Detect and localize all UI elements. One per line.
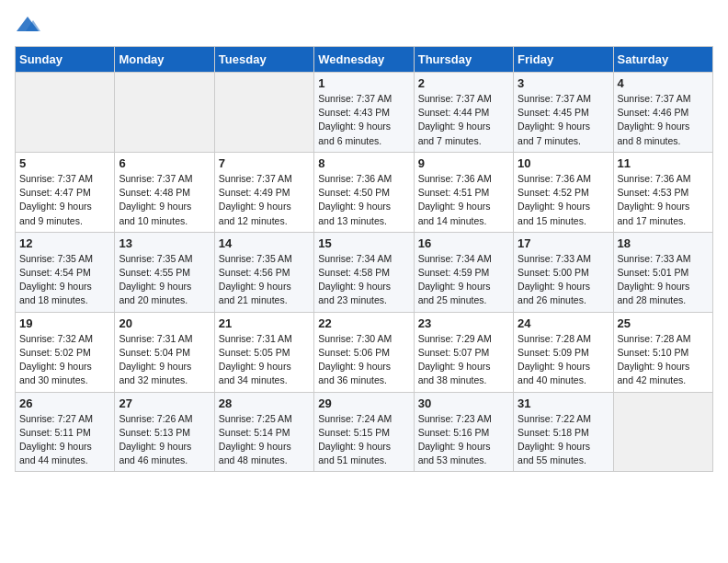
col-header-saturday: Saturday: [613, 47, 712, 73]
day-number: 30: [418, 396, 509, 410]
calendar-cell: 15Sunrise: 7:34 AM Sunset: 4:58 PM Dayli…: [314, 232, 414, 312]
day-detail: Sunrise: 7:37 AM Sunset: 4:43 PM Dayligh…: [318, 92, 409, 148]
day-number: 13: [119, 236, 210, 250]
day-detail: Sunrise: 7:31 AM Sunset: 5:05 PM Dayligh…: [219, 332, 310, 388]
day-number: 23: [418, 316, 509, 330]
day-detail: Sunrise: 7:36 AM Sunset: 4:53 PM Dayligh…: [618, 172, 709, 228]
day-detail: Sunrise: 7:37 AM Sunset: 4:46 PM Dayligh…: [618, 92, 709, 148]
calendar-cell: [115, 73, 214, 153]
day-number: 31: [518, 396, 609, 410]
day-number: 29: [318, 396, 409, 410]
calendar-cell: 13Sunrise: 7:35 AM Sunset: 4:55 PM Dayli…: [115, 232, 214, 312]
day-detail: Sunrise: 7:33 AM Sunset: 5:01 PM Dayligh…: [618, 252, 709, 308]
day-number: 27: [119, 396, 210, 410]
day-detail: Sunrise: 7:24 AM Sunset: 5:15 PM Dayligh…: [318, 412, 409, 468]
calendar-cell: 22Sunrise: 7:30 AM Sunset: 5:06 PM Dayli…: [314, 312, 414, 392]
day-number: 16: [418, 236, 509, 250]
calendar-cell: [613, 392, 712, 472]
day-detail: Sunrise: 7:27 AM Sunset: 5:11 PM Dayligh…: [19, 412, 110, 468]
day-number: 10: [518, 156, 609, 170]
day-detail: Sunrise: 7:37 AM Sunset: 4:45 PM Dayligh…: [518, 92, 609, 148]
col-header-friday: Friday: [514, 47, 613, 73]
calendar-cell: 6Sunrise: 7:37 AM Sunset: 4:48 PM Daylig…: [115, 152, 214, 232]
calendar-header-row: SundayMondayTuesdayWednesdayThursdayFrid…: [16, 47, 713, 73]
calendar-cell: 2Sunrise: 7:37 AM Sunset: 4:44 PM Daylig…: [414, 73, 513, 153]
calendar-cell: 18Sunrise: 7:33 AM Sunset: 5:01 PM Dayli…: [613, 232, 712, 312]
day-detail: Sunrise: 7:37 AM Sunset: 4:48 PM Dayligh…: [119, 172, 210, 228]
calendar-cell: 14Sunrise: 7:35 AM Sunset: 4:56 PM Dayli…: [214, 232, 313, 312]
day-detail: Sunrise: 7:36 AM Sunset: 4:51 PM Dayligh…: [418, 172, 509, 228]
col-header-sunday: Sunday: [16, 47, 115, 73]
calendar-cell: [214, 73, 313, 153]
day-detail: Sunrise: 7:35 AM Sunset: 4:55 PM Dayligh…: [119, 252, 210, 308]
day-number: 9: [418, 156, 509, 170]
calendar-week-row: 12Sunrise: 7:35 AM Sunset: 4:54 PM Dayli…: [16, 232, 713, 312]
day-number: 18: [618, 236, 709, 250]
day-number: 3: [518, 76, 609, 90]
day-number: 11: [618, 156, 709, 170]
day-detail: Sunrise: 7:34 AM Sunset: 4:58 PM Dayligh…: [318, 252, 409, 308]
day-number: 6: [119, 156, 210, 170]
calendar-cell: 11Sunrise: 7:36 AM Sunset: 4:53 PM Dayli…: [613, 152, 712, 232]
calendar-cell: 19Sunrise: 7:32 AM Sunset: 5:02 PM Dayli…: [16, 312, 115, 392]
calendar-cell: 17Sunrise: 7:33 AM Sunset: 5:00 PM Dayli…: [514, 232, 613, 312]
calendar-cell: 21Sunrise: 7:31 AM Sunset: 5:05 PM Dayli…: [214, 312, 313, 392]
calendar-cell: 8Sunrise: 7:36 AM Sunset: 4:50 PM Daylig…: [314, 152, 414, 232]
day-number: 2: [418, 76, 509, 90]
day-detail: Sunrise: 7:35 AM Sunset: 4:56 PM Dayligh…: [219, 252, 310, 308]
calendar-week-row: 5Sunrise: 7:37 AM Sunset: 4:47 PM Daylig…: [16, 152, 713, 232]
day-detail: Sunrise: 7:34 AM Sunset: 4:59 PM Dayligh…: [418, 252, 509, 308]
day-detail: Sunrise: 7:28 AM Sunset: 5:09 PM Dayligh…: [518, 332, 609, 388]
day-number: 21: [219, 316, 310, 330]
calendar-cell: 26Sunrise: 7:27 AM Sunset: 5:11 PM Dayli…: [16, 392, 115, 472]
calendar-week-row: 19Sunrise: 7:32 AM Sunset: 5:02 PM Dayli…: [16, 312, 713, 392]
calendar-cell: 20Sunrise: 7:31 AM Sunset: 5:04 PM Dayli…: [115, 312, 214, 392]
calendar-cell: 5Sunrise: 7:37 AM Sunset: 4:47 PM Daylig…: [16, 152, 115, 232]
day-detail: Sunrise: 7:28 AM Sunset: 5:10 PM Dayligh…: [618, 332, 709, 388]
day-number: 26: [19, 396, 110, 410]
calendar-cell: 10Sunrise: 7:36 AM Sunset: 4:52 PM Dayli…: [514, 152, 613, 232]
col-header-monday: Monday: [115, 47, 214, 73]
day-number: 19: [19, 316, 110, 330]
calendar-cell: 31Sunrise: 7:22 AM Sunset: 5:18 PM Dayli…: [514, 392, 613, 472]
calendar-table: SundayMondayTuesdayWednesdayThursdayFrid…: [15, 46, 713, 472]
calendar-cell: 23Sunrise: 7:29 AM Sunset: 5:07 PM Dayli…: [414, 312, 513, 392]
day-number: 4: [618, 76, 709, 90]
calendar-week-row: 26Sunrise: 7:27 AM Sunset: 5:11 PM Dayli…: [16, 392, 713, 472]
day-detail: Sunrise: 7:33 AM Sunset: 5:00 PM Dayligh…: [518, 252, 609, 308]
calendar-cell: 27Sunrise: 7:26 AM Sunset: 5:13 PM Dayli…: [115, 392, 214, 472]
day-number: 24: [518, 316, 609, 330]
day-number: 20: [119, 316, 210, 330]
calendar-cell: 9Sunrise: 7:36 AM Sunset: 4:51 PM Daylig…: [414, 152, 513, 232]
calendar-cell: 30Sunrise: 7:23 AM Sunset: 5:16 PM Dayli…: [414, 392, 513, 472]
calendar-cell: 1Sunrise: 7:37 AM Sunset: 4:43 PM Daylig…: [314, 73, 414, 153]
day-detail: Sunrise: 7:36 AM Sunset: 4:50 PM Dayligh…: [318, 172, 409, 228]
day-detail: Sunrise: 7:25 AM Sunset: 5:14 PM Dayligh…: [219, 412, 310, 468]
day-number: 14: [219, 236, 310, 250]
day-detail: Sunrise: 7:29 AM Sunset: 5:07 PM Dayligh…: [418, 332, 509, 388]
day-number: 17: [518, 236, 609, 250]
day-detail: Sunrise: 7:31 AM Sunset: 5:04 PM Dayligh…: [119, 332, 210, 388]
day-detail: Sunrise: 7:32 AM Sunset: 5:02 PM Dayligh…: [19, 332, 110, 388]
day-detail: Sunrise: 7:37 AM Sunset: 4:49 PM Dayligh…: [219, 172, 310, 228]
calendar-cell: 29Sunrise: 7:24 AM Sunset: 5:15 PM Dayli…: [314, 392, 414, 472]
logo-icon: [15, 15, 40, 35]
calendar-cell: 12Sunrise: 7:35 AM Sunset: 4:54 PM Dayli…: [16, 232, 115, 312]
day-number: 7: [219, 156, 310, 170]
day-number: 5: [19, 156, 110, 170]
calendar-cell: 3Sunrise: 7:37 AM Sunset: 4:45 PM Daylig…: [514, 73, 613, 153]
day-detail: Sunrise: 7:26 AM Sunset: 5:13 PM Dayligh…: [119, 412, 210, 468]
page-header: [15, 15, 713, 35]
day-number: 1: [318, 76, 409, 90]
calendar-week-row: 1Sunrise: 7:37 AM Sunset: 4:43 PM Daylig…: [16, 73, 713, 153]
day-detail: Sunrise: 7:35 AM Sunset: 4:54 PM Dayligh…: [19, 252, 110, 308]
calendar-cell: [16, 73, 115, 153]
calendar-cell: 25Sunrise: 7:28 AM Sunset: 5:10 PM Dayli…: [613, 312, 712, 392]
calendar-cell: 7Sunrise: 7:37 AM Sunset: 4:49 PM Daylig…: [214, 152, 313, 232]
day-number: 25: [618, 316, 709, 330]
col-header-thursday: Thursday: [414, 47, 513, 73]
calendar-cell: 28Sunrise: 7:25 AM Sunset: 5:14 PM Dayli…: [214, 392, 313, 472]
day-number: 22: [318, 316, 409, 330]
col-header-tuesday: Tuesday: [214, 47, 313, 73]
calendar-cell: 24Sunrise: 7:28 AM Sunset: 5:09 PM Dayli…: [514, 312, 613, 392]
